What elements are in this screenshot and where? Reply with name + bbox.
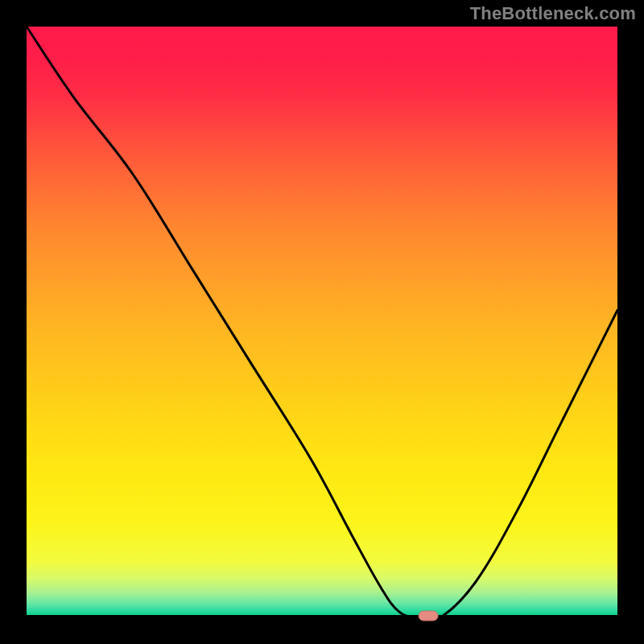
bottleneck-chart xyxy=(0,0,644,644)
optimal-point-marker xyxy=(419,611,438,621)
plot-background xyxy=(27,27,617,617)
chart-container: TheBottleneck.com xyxy=(0,0,644,644)
watermark-text: TheBottleneck.com xyxy=(470,3,636,24)
